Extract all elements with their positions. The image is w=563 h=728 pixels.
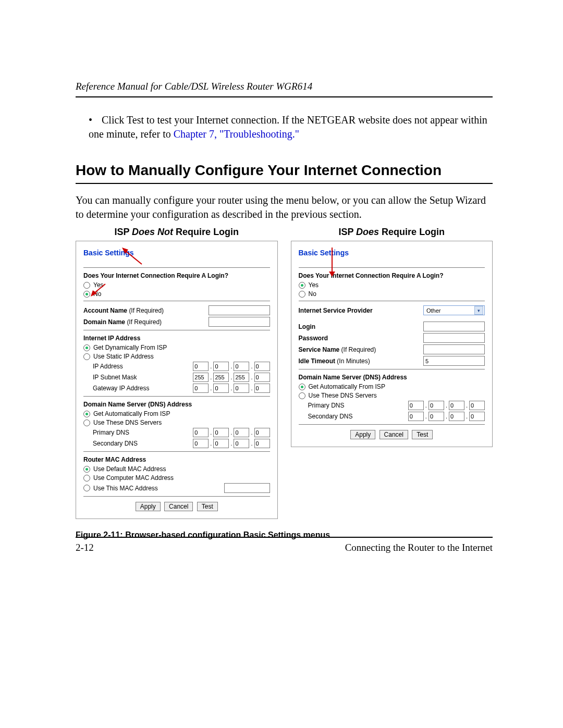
dns-auto-radio[interactable]: [299, 384, 305, 390]
ip-octet[interactable]: [429, 401, 444, 410]
secondary-dns-label: Secondary DNS: [308, 413, 405, 420]
password-label: Password: [299, 335, 328, 342]
login-yes-label: Yes: [93, 281, 104, 289]
password-input[interactable]: [423, 333, 485, 343]
login-label: Login: [299, 323, 316, 330]
cancel-button[interactable]: Cancel: [164, 502, 193, 511]
footer-title: Connecting the Router to the Internet: [345, 542, 493, 553]
ip-header: Internet IP Address: [83, 335, 270, 342]
ip-octet[interactable]: [254, 439, 270, 448]
ip-octet[interactable]: [213, 362, 229, 371]
login-yes-radio[interactable]: [299, 282, 305, 289]
dns-header: Domain Name Server (DNS) Address: [299, 374, 485, 381]
right-column-title: ISP Does Require Login: [291, 227, 493, 238]
login-no-label: No: [309, 290, 316, 298]
login-no-radio[interactable]: [83, 291, 90, 298]
ip-octet[interactable]: [254, 428, 270, 437]
mac-default-label: Use Default MAC Address: [93, 465, 166, 473]
login-question: Does Your Internet Connection Require A …: [83, 272, 270, 279]
ip-octet[interactable]: [213, 428, 229, 437]
ip-static-label: Use Static IP Address: [93, 353, 154, 360]
page-footer: 2-12 Connecting the Router to the Intern…: [76, 537, 493, 553]
chevron-down-icon: ▾: [474, 306, 483, 315]
login-yes-radio[interactable]: [83, 282, 90, 289]
domain-name-input[interactable]: [209, 317, 270, 327]
cancel-button[interactable]: Cancel: [380, 430, 408, 439]
ip-octet[interactable]: [234, 428, 249, 437]
ip-octet[interactable]: [193, 428, 209, 437]
ip-octet[interactable]: [193, 384, 209, 393]
dns-auto-radio[interactable]: [83, 411, 90, 417]
ip-octet[interactable]: [449, 401, 464, 410]
isp-label: Internet Service Provider: [299, 307, 373, 314]
ip-octet[interactable]: [408, 401, 424, 410]
mac-this-radio[interactable]: [83, 485, 90, 491]
test-button[interactable]: Test: [412, 430, 433, 439]
mac-this-label: Use This MAC Address: [93, 485, 221, 492]
test-button[interactable]: Test: [197, 502, 218, 511]
ip-octet[interactable]: [234, 384, 249, 393]
ip-octet[interactable]: [213, 373, 229, 382]
ip-octet[interactable]: [469, 412, 485, 421]
dns-manual-radio[interactable]: [83, 419, 90, 426]
ip-octet[interactable]: [193, 373, 209, 382]
subnet-label: IP Subnet Mask: [93, 374, 190, 381]
left-column-title: ISP Does Not Require Login: [76, 227, 278, 238]
ip-octet[interactable]: [408, 412, 424, 421]
dns-header: Domain Name Server (DNS) Address: [83, 401, 270, 408]
idle-timeout-input[interactable]: [423, 356, 485, 366]
login-no-label: No: [93, 290, 101, 298]
login-question: Does Your Internet Connection Require A …: [299, 272, 485, 279]
page-number: 2-12: [76, 542, 94, 553]
right-panel: Basic Settings Does Your Internet Connec…: [291, 241, 493, 447]
ip-dynamic-label: Get Dynamically From ISP: [93, 344, 167, 351]
left-panel: Basic Settings Does Your Internet Connec…: [76, 241, 278, 519]
login-input[interactable]: [423, 322, 485, 331]
primary-dns-label: Primary DNS: [308, 402, 405, 409]
left-panel-title: Basic Settings: [83, 249, 133, 257]
isp-select-value: Other: [426, 307, 441, 314]
login-yes-label: Yes: [309, 281, 319, 289]
mac-computer-label: Use Computer MAC Address: [93, 474, 174, 482]
ip-address-label: IP Address: [93, 363, 190, 370]
ip-octet[interactable]: [213, 439, 229, 448]
mac-address-input[interactable]: [224, 483, 270, 493]
ip-static-radio[interactable]: [83, 353, 90, 360]
ip-octet[interactable]: [234, 373, 249, 382]
mac-default-radio[interactable]: [83, 466, 90, 473]
running-header: Reference Manual for Cable/DSL Wireless …: [76, 81, 493, 97]
ip-octet[interactable]: [254, 384, 270, 393]
ip-octet[interactable]: [193, 362, 209, 371]
ip-octet[interactable]: [193, 439, 209, 448]
intro-paragraph: You can manually configure your router u…: [76, 193, 493, 221]
bullet-item: • Click Test to test your Internet conne…: [89, 113, 493, 141]
ip-octet[interactable]: [254, 362, 270, 371]
apply-button[interactable]: Apply: [350, 430, 375, 439]
ip-octet[interactable]: [254, 373, 270, 382]
bullet-icon: •: [89, 113, 99, 127]
service-name-input[interactable]: [423, 344, 485, 354]
dns-manual-radio[interactable]: [299, 392, 305, 399]
account-name-input[interactable]: [209, 305, 270, 315]
dns-auto-label: Get Automatically From ISP: [93, 410, 170, 417]
apply-button[interactable]: Apply: [136, 502, 161, 511]
section-title: How to Manually Configure Your Internet …: [76, 162, 493, 184]
ip-octet[interactable]: [469, 401, 485, 410]
right-panel-title: Basic Settings: [299, 249, 349, 257]
login-no-radio[interactable]: [299, 291, 305, 298]
dns-manual-label: Use These DNS Servers: [93, 419, 162, 426]
mac-computer-radio[interactable]: [83, 475, 90, 482]
ip-octet[interactable]: [213, 384, 229, 393]
gateway-label: Gateway IP Address: [93, 385, 190, 392]
ip-octet[interactable]: [449, 412, 464, 421]
mac-header: Router MAC Address: [83, 456, 270, 463]
dns-auto-label: Get Automatically From ISP: [309, 383, 385, 390]
troubleshooting-link[interactable]: Chapter 7, "Troubleshooting.": [174, 128, 299, 140]
ip-octet[interactable]: [234, 362, 249, 371]
ip-octet[interactable]: [429, 412, 444, 421]
secondary-dns-label: Secondary DNS: [93, 440, 190, 447]
isp-select[interactable]: Other ▾: [423, 305, 485, 315]
ip-octet[interactable]: [234, 439, 249, 448]
ip-dynamic-radio[interactable]: [83, 344, 90, 351]
dns-manual-label: Use These DNS Servers: [309, 392, 377, 399]
